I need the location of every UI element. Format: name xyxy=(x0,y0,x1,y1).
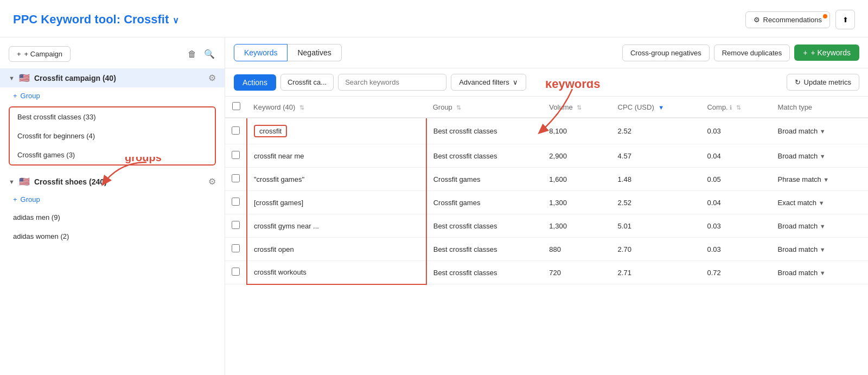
cross-group-negatives-button[interactable]: Cross-group negatives xyxy=(622,45,710,61)
plus-icon: + xyxy=(13,92,17,100)
campaign-header-crossfit[interactable]: ▼ 🇺🇸 Crossfit campaign (40) ⚙ xyxy=(0,68,225,87)
add-group-button-2[interactable]: + Group xyxy=(0,191,225,208)
keyword-highlighted: [crossfit games] xyxy=(254,199,303,207)
comp-cell: 0.04 xyxy=(700,144,771,168)
cpc-cell: 2.52 xyxy=(611,118,701,144)
campaign-header-left: ▼ 🇺🇸 Crossfit campaign (40) xyxy=(9,73,116,83)
plus-icon-2: + xyxy=(13,195,17,204)
keyword-highlighted: crossfit gyms near ... xyxy=(254,222,319,230)
flag-icon: 🇺🇸 xyxy=(19,73,30,83)
tabs: Keywords Negatives xyxy=(234,44,342,61)
delete-icon[interactable]: 🗑 xyxy=(187,48,197,60)
keyword-highlighted: "crossfit games" xyxy=(254,175,304,183)
comp-column-header[interactable]: Comp. ℹ ⇅ xyxy=(700,97,771,118)
volume-cell: 880 xyxy=(542,238,611,261)
group-adidas-men[interactable]: adidas men (9) xyxy=(0,208,225,227)
match-type-cell[interactable]: Broad match ▼ xyxy=(771,261,868,284)
match-type-cell[interactable]: Broad match ▼ xyxy=(771,238,868,261)
keyword-column-header[interactable]: Keyword (40) ⇅ xyxy=(247,97,426,118)
groups-box: Best crossfit classes (33) Crossfit for … xyxy=(9,106,216,166)
sidebar-icon-group: 🗑 🔍 xyxy=(187,48,216,60)
row-checkbox[interactable] xyxy=(232,151,240,159)
match-type-chevron-icon: ▼ xyxy=(820,270,826,276)
recommendations-button[interactable]: ⚙ Recommendations xyxy=(745,11,830,28)
row-checkbox[interactable] xyxy=(232,126,240,135)
plus-icon-kw: + xyxy=(803,48,807,57)
recommendations-icon: ⚙ xyxy=(754,16,760,24)
cpc-cell: 4.57 xyxy=(611,144,701,168)
group-best-crossfit[interactable]: Best crossfit classes (33) xyxy=(10,107,215,126)
search-icon[interactable]: 🔍 xyxy=(203,48,216,60)
row-checkbox[interactable] xyxy=(232,174,240,182)
flag-icon-2: 🇺🇸 xyxy=(19,176,30,187)
campaign-filter-button[interactable]: Crossfit ca... xyxy=(280,74,334,91)
match-type-chevron-icon: ▼ xyxy=(819,200,825,206)
comp-cell: 0.04 xyxy=(700,191,771,214)
search-input[interactable] xyxy=(338,74,446,91)
table-row: crossfit openBest crossfit classes8802.7… xyxy=(225,238,868,261)
select-all-header[interactable] xyxy=(225,97,247,118)
advanced-filters-button[interactable]: Advanced filters ∨ xyxy=(451,74,526,91)
table-body: crossfitBest crossfit classes8,1002.520.… xyxy=(225,118,868,284)
table-row: crossfit gyms near ...Best crossfit clas… xyxy=(225,214,868,238)
group-cell: Best crossfit classes xyxy=(426,238,543,261)
volume-cell: 1,300 xyxy=(542,214,611,238)
cpc-cell: 2.52 xyxy=(611,191,701,214)
campaign-header-shoes[interactable]: ▼ 🇺🇸 Crossfit shoes (240) ⚙ xyxy=(0,172,225,191)
campaign-header-left-2: ▼ 🇺🇸 Crossfit shoes (240) xyxy=(9,176,107,187)
select-all-checkbox[interactable] xyxy=(232,102,240,110)
tab-keywords[interactable]: Keywords xyxy=(234,44,288,61)
match-type-chevron-icon: ▼ xyxy=(820,223,826,230)
cpc-cell: 1.48 xyxy=(611,168,701,191)
row-checkbox[interactable] xyxy=(232,244,240,252)
group-crossfit-beginners[interactable]: Crossfit for beginners (4) xyxy=(10,126,215,145)
group-cell: Best crossfit classes xyxy=(426,118,543,144)
sort-icon: ⇅ xyxy=(299,104,304,111)
row-checkbox-cell xyxy=(225,118,247,144)
keyword-cell: crossfit xyxy=(247,118,426,144)
keyword-cell: "crossfit games" xyxy=(247,168,426,191)
cpc-cell: 2.71 xyxy=(611,261,701,284)
cpc-cell: 5.01 xyxy=(611,214,701,238)
group-adidas-women[interactable]: adidas women (2) xyxy=(0,227,225,246)
match-type-cell[interactable]: Broad match ▼ xyxy=(771,214,868,238)
match-type-column-header: Match type xyxy=(771,97,868,118)
row-checkbox-cell xyxy=(225,238,247,261)
remove-duplicates-button[interactable]: Remove duplicates xyxy=(714,45,790,61)
export-button[interactable]: ⬆ xyxy=(835,10,855,29)
add-keywords-button[interactable]: + + Keywords xyxy=(794,45,859,61)
volume-cell: 1,600 xyxy=(542,168,611,191)
group-column-header[interactable]: Group ⇅ xyxy=(426,97,543,118)
sort-icon-volume: ⇅ xyxy=(577,104,582,111)
row-checkbox[interactable] xyxy=(232,268,240,276)
comp-cell: 0.72 xyxy=(700,261,771,284)
tab-negatives[interactable]: Negatives xyxy=(288,44,341,61)
match-type-cell[interactable]: Broad match ▼ xyxy=(771,118,868,144)
update-metrics-button[interactable]: ↻ Update metrics xyxy=(787,74,859,91)
add-campaign-button[interactable]: + + Campaign xyxy=(9,46,71,62)
row-checkbox-cell xyxy=(225,191,247,214)
actions-button[interactable]: Actions xyxy=(234,74,276,91)
campaign-settings-icon[interactable]: ⚙ xyxy=(208,73,216,83)
keyword-cell: crossfit near me xyxy=(247,144,426,168)
cpc-column-header[interactable]: CPC (USD) ▼ xyxy=(611,97,701,118)
match-type-cell[interactable]: Broad match ▼ xyxy=(771,144,868,168)
expand-chevron-icon: ▼ xyxy=(9,75,15,81)
group-crossfit-games[interactable]: Crossfit games (3) xyxy=(10,145,215,164)
comp-cell: 0.03 xyxy=(700,238,771,261)
group-cell: Crossfit games xyxy=(426,191,543,214)
add-group-button-1[interactable]: + Group xyxy=(0,87,225,104)
volume-column-header[interactable]: Volume ⇅ xyxy=(542,97,611,118)
campaign-settings-icon-2[interactable]: ⚙ xyxy=(208,176,216,187)
group-cell: Best crossfit classes xyxy=(426,144,543,168)
volume-cell: 720 xyxy=(542,261,611,284)
match-type-cell[interactable]: Exact match ▼ xyxy=(771,191,868,214)
title-chevron-icon[interactable]: ∨ xyxy=(170,16,178,25)
row-checkbox-cell xyxy=(225,168,247,191)
row-checkbox[interactable] xyxy=(232,221,240,229)
keyword-cell: crossfit workouts xyxy=(247,261,426,284)
row-checkbox-cell xyxy=(225,261,247,284)
campaign-name-2: Crossfit shoes (240) xyxy=(34,177,107,186)
row-checkbox[interactable] xyxy=(232,198,240,206)
match-type-cell[interactable]: Phrase match ▼ xyxy=(771,168,868,191)
